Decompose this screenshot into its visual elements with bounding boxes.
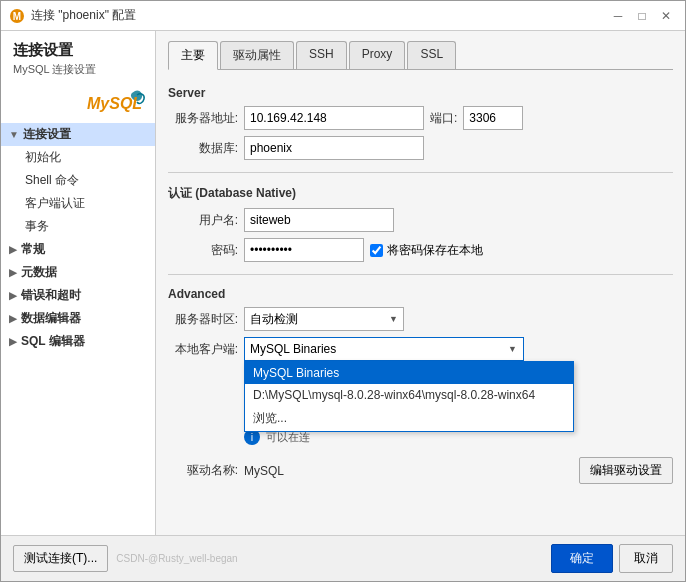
save-pass-row: 将密码保存在本地 (370, 242, 483, 259)
tab-ssl[interactable]: SSL (407, 41, 456, 69)
sidebar-item-shell-command[interactable]: Shell 命令 (1, 169, 155, 192)
nav-tree: ▼ 连接设置 初始化 Shell 命令 客户端认证 事务 ▶ 常规 (1, 123, 155, 525)
host-row: 服务器地址: 端口: (168, 106, 673, 130)
client-row: 本地客户端: MySQL Binaries ▼ MySQL Binaries D… (168, 337, 673, 361)
nav-label-general: 常规 (21, 241, 45, 258)
mysql-logo: MySQL (87, 87, 147, 117)
window-controls: ─ □ ✕ (607, 5, 677, 27)
content-area: 连接设置 MySQL 连接设置 MySQL ▼ 连接设置 (1, 31, 685, 535)
sidebar-item-data-editor[interactable]: ▶ 数据编辑器 (1, 307, 155, 330)
mysql-logo-svg: MySQL (87, 87, 147, 117)
chevron-down-icon: ▼ (9, 129, 19, 140)
sidebar-item-init[interactable]: 初始化 (1, 146, 155, 169)
advanced-section-label: Advanced (168, 287, 673, 301)
svg-text:MySQL: MySQL (87, 95, 142, 112)
pass-input[interactable] (244, 238, 364, 262)
tab-proxy[interactable]: Proxy (349, 41, 406, 69)
client-option-binaries[interactable]: MySQL Binaries (245, 362, 573, 384)
client-selected-value: MySQL Binaries (250, 342, 336, 356)
client-dropdown: MySQL Binaries D:\MySQL\mysql-8.0.28-win… (244, 361, 574, 432)
timezone-select[interactable]: 自动检测 (244, 307, 404, 331)
nav-label-init: 初始化 (25, 149, 61, 166)
left-panel: 连接设置 MySQL 连接设置 MySQL ▼ 连接设置 (1, 31, 156, 535)
auth-section-label: 认证 (Database Native) (168, 185, 673, 202)
titlebar: M 连接 "phoenix" 配置 ─ □ ✕ (1, 1, 685, 31)
tab-driver-props[interactable]: 驱动属性 (220, 41, 294, 69)
ok-button[interactable]: 确定 (551, 544, 613, 573)
host-label: 服务器地址: (168, 110, 238, 127)
driver-row: 驱动名称: MySQL 编辑驱动设置 (168, 457, 673, 484)
main-window: M 连接 "phoenix" 配置 ─ □ ✕ 连接设置 MySQL 连接设置 (0, 0, 686, 582)
db-row: 数据库: (168, 136, 673, 160)
nav-label-data-editor: 数据编辑器 (21, 310, 81, 327)
titlebar-left: M 连接 "phoenix" 配置 (9, 7, 136, 24)
chevron-right-icon-3: ▶ (9, 290, 17, 301)
bottom-left: 测试连接(T)... CSDN-@Rusty_well-began (13, 545, 238, 572)
pass-row: 密码: 将密码保存在本地 (168, 238, 673, 262)
separator-1 (168, 172, 673, 173)
driver-name-value: MySQL (244, 464, 284, 478)
save-pass-label: 将密码保存在本地 (387, 242, 483, 259)
tab-ssh[interactable]: SSH (296, 41, 347, 69)
host-input[interactable] (244, 106, 424, 130)
tab-bar: 主要 驱动属性 SSH Proxy SSL (168, 41, 673, 70)
nav-label-sql-editor: SQL 编辑器 (21, 333, 85, 350)
driver-name-group: 驱动名称: MySQL (168, 462, 284, 479)
chevron-right-icon-5: ▶ (9, 336, 17, 347)
nav-label-transactions: 事务 (25, 218, 49, 235)
timezone-row: 服务器时区: 自动检测 (168, 307, 673, 331)
port-label: 端口: (430, 110, 457, 127)
nav-label-shell: Shell 命令 (25, 172, 79, 189)
user-row: 用户名: (168, 208, 673, 232)
app-icon: M (9, 8, 25, 24)
cancel-button[interactable]: 取消 (619, 544, 673, 573)
nav-label-metadata: 元数据 (21, 264, 57, 281)
nav-label-error: 错误和超时 (21, 287, 81, 304)
client-option-path[interactable]: D:\MySQL\mysql-8.0.28-winx64\mysql-8.0.2… (245, 384, 573, 406)
sidebar-item-connection-settings[interactable]: ▼ 连接设置 (1, 123, 155, 146)
client-option-browse[interactable]: 浏览... (245, 406, 573, 431)
left-header: 连接设置 MySQL 连接设置 (1, 41, 155, 87)
driver-name-label: 驱动名称: (168, 462, 238, 479)
client-select-display[interactable]: MySQL Binaries ▼ (244, 337, 524, 361)
db-label: 数据库: (168, 140, 238, 157)
db-input[interactable] (244, 136, 424, 160)
bottom-right: 确定 取消 (551, 544, 673, 573)
chevron-right-icon: ▶ (9, 244, 17, 255)
credit-text: CSDN-@Rusty_well-began (116, 553, 237, 564)
sidebar-item-sql-editor[interactable]: ▶ SQL 编辑器 (1, 330, 155, 353)
sidebar-item-error-timeout[interactable]: ▶ 错误和超时 (1, 284, 155, 307)
sidebar-item-client-auth[interactable]: 客户端认证 (1, 192, 155, 215)
nav-label-client-auth: 客户端认证 (25, 195, 85, 212)
separator-2 (168, 274, 673, 275)
user-label: 用户名: (168, 212, 238, 229)
edit-driver-button[interactable]: 编辑驱动设置 (579, 457, 673, 484)
logo-area: MySQL (1, 87, 155, 123)
sidebar-item-metadata[interactable]: ▶ 元数据 (1, 261, 155, 284)
tab-main[interactable]: 主要 (168, 41, 218, 70)
close-button[interactable]: ✕ (655, 5, 677, 27)
port-input[interactable] (463, 106, 523, 130)
chevron-right-icon-2: ▶ (9, 267, 17, 278)
right-panel: 主要 驱动属性 SSH Proxy SSL Server 服务器地址: 端口: … (156, 31, 685, 535)
panel-subheading: MySQL 连接设置 (13, 62, 143, 77)
window-title: 连接 "phoenix" 配置 (31, 7, 136, 24)
sidebar-item-general[interactable]: ▶ 常规 (1, 238, 155, 261)
minimize-button[interactable]: ─ (607, 5, 629, 27)
nav-label-connection: 连接设置 (23, 126, 71, 143)
client-label: 本地客户端: (168, 341, 238, 358)
timezone-label: 服务器时区: (168, 311, 238, 328)
save-pass-checkbox[interactable] (370, 244, 383, 257)
panel-heading: 连接设置 (13, 41, 143, 60)
sidebar-item-transactions[interactable]: 事务 (1, 215, 155, 238)
test-connection-button[interactable]: 测试连接(T)... (13, 545, 108, 572)
user-input[interactable] (244, 208, 394, 232)
server-section-label: Server (168, 86, 673, 100)
maximize-button[interactable]: □ (631, 5, 653, 27)
pass-label: 密码: (168, 242, 238, 259)
client-dropdown-arrow: ▼ (508, 344, 517, 354)
svg-text:M: M (13, 11, 21, 22)
chevron-right-icon-4: ▶ (9, 313, 17, 324)
timezone-select-wrapper: 自动检测 (244, 307, 404, 331)
bottom-bar: 测试连接(T)... CSDN-@Rusty_well-began 确定 取消 (1, 535, 685, 581)
